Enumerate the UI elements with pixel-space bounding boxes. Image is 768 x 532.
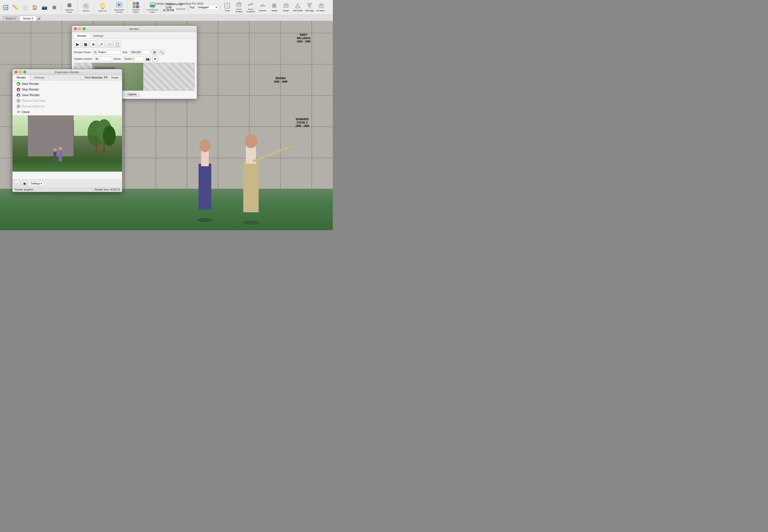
scene-extra-btn[interactable]: ▾ (152, 56, 158, 62)
render-preset-row: Render Preset: 01. Prelim ▾ Size: 200x15… (74, 49, 195, 55)
render-stop-btn[interactable]: ■ (90, 41, 97, 48)
from-contours-label: From Contours (246, 8, 256, 13)
exp-preview-figures (51, 146, 76, 167)
standard-views-btn[interactable]: ⊞ Standard Views (63, 1, 76, 14)
exploration-dialog: Exploration Render... Render Settings Fi… (12, 69, 122, 192)
close-item[interactable]: ✕ Close (13, 109, 122, 115)
smoove-label: Smoove (259, 10, 266, 12)
exp-dialog-tabs: Render Settings Fit to SketchUp PP: Simp… (13, 75, 122, 81)
update-content-select[interactable]: All ⬡ (94, 57, 112, 61)
capture-btn[interactable]: Capture (125, 92, 140, 97)
stop-render-item[interactable]: ■ Stop Render (13, 87, 122, 92)
exploration-render-label: Exploration Render (113, 9, 125, 14)
smoove-btn[interactable]: Smoove (257, 1, 268, 14)
window-title-text: Calvary Indiana~ - SketchUp Pro 2022 (155, 2, 203, 5)
window-title: Calvary Indiana~ - SketchUp Pro 2022 (102, 0, 256, 7)
size-select[interactable]: 200x150 ▾ (130, 50, 150, 54)
pp-value: Simple (111, 76, 119, 79)
flip-edge-btn[interactable]: Flip Edge (304, 1, 315, 14)
exp-tab-settings[interactable]: Settings (30, 75, 49, 80)
render-clear-btn[interactable]: ⬜ (106, 41, 113, 48)
start-render-label: Start Render (22, 82, 39, 86)
stop-render-label: Stop Render (22, 88, 39, 91)
reload-geometry-icon: ↻ (17, 99, 20, 103)
from-scratch-label: From Scratch (234, 8, 244, 13)
scene-tab-2-label: Scene 2 (23, 17, 33, 20)
reload-materials-icon: ↻ (17, 105, 20, 108)
render-label: Render (83, 10, 89, 12)
flip-edge-label: Flip Edge (305, 10, 314, 12)
stamp-btn[interactable]: Stamp (269, 1, 280, 14)
render-export-btn[interactable]: ↗ (98, 41, 105, 48)
system-icon-4[interactable]: 🏠 (30, 3, 39, 12)
exp-status-bar: Render stopped... Render time: 00:00:23 (13, 187, 122, 192)
exp-tab-render[interactable]: Render (13, 75, 30, 80)
system-icon-1[interactable]: 🔙 (1, 3, 10, 12)
exp-settings-select[interactable]: Settings ▾ (29, 181, 44, 186)
render-tab-settings-label: Settings (93, 34, 103, 37)
close-icon: ✕ (17, 110, 20, 114)
render-play-btn[interactable]: ▶ (74, 41, 81, 48)
render-tab-settings[interactable]: Settings (90, 33, 107, 38)
system-icon-5[interactable]: 📷 (40, 3, 49, 12)
render-dialog-titlebar: Render... (72, 26, 197, 32)
render-dialog-tabs: Render Settings (72, 32, 197, 39)
svg-marker-35 (295, 3, 300, 8)
3d-warehouse-label: 3D Ware... (316, 10, 326, 12)
scene-label: Scene: (114, 58, 122, 60)
flip-edge-icon (307, 3, 312, 10)
scene-arrow: ▾ (134, 58, 135, 60)
svg-rect-45 (96, 143, 97, 154)
shadows-label: Shadows (176, 8, 185, 10)
size-btn-2[interactable]: 🔍 (159, 49, 164, 55)
size-btn-1[interactable]: ⊞ (152, 49, 157, 55)
drape-icon (283, 3, 289, 10)
svg-point-48 (53, 148, 57, 152)
system-icon-3[interactable]: ⬜ (20, 3, 30, 12)
inscription-brown: BROWN1950 - 1999 (274, 77, 287, 83)
render-btn[interactable]: Render (79, 1, 93, 14)
render-copy-btn[interactable]: 📋 (114, 41, 121, 48)
smoove-icon (260, 3, 265, 10)
scene-tab-1[interactable]: Scene 1 (2, 16, 19, 21)
fit-to-sketchup-label: Fit to SketchUp (85, 76, 102, 79)
stamp-label: Stamp (271, 10, 277, 12)
time-display: 01:30 PM (163, 9, 174, 12)
exp-menu-items: ▶ Start Render ■ Stop Render 💾 Save Rend… (13, 81, 122, 115)
drape-btn[interactable]: Drape (280, 1, 292, 14)
exp-status-left: Render stopped... (15, 188, 93, 191)
exp-grid-btn[interactable]: ▦ (22, 181, 27, 186)
3d-warehouse-btn[interactable]: 3D Ware... (316, 1, 327, 14)
save-render-item[interactable]: 💾 Save Render (13, 92, 122, 98)
render-preset-select[interactable]: 01. Prelim ▾ (93, 50, 121, 54)
camera-btn[interactable]: 📷 (145, 56, 151, 62)
reload-geometry-label: Reload Geometry (22, 99, 46, 103)
exp-status-right: Render time: 00:00:23 (93, 188, 120, 191)
exp-controls-inline: Fit to SketchUp PP: Simple (79, 75, 122, 80)
render-grid-btn[interactable]: ▦ (82, 41, 89, 48)
update-content-arrow: ⬡ (99, 58, 101, 60)
system-icon-6[interactable]: ⊞ (50, 3, 59, 12)
fit-to-sketchup-checkbox[interactable] (81, 76, 84, 79)
scene-tab-2[interactable]: Scene 2 (19, 16, 36, 21)
svg-rect-47 (53, 151, 57, 161)
exp-tab-settings-label: Settings (34, 76, 45, 79)
size-arrow: ▾ (141, 51, 142, 53)
system-icon-2[interactable]: ✏️ (11, 3, 20, 12)
scene-select[interactable]: Scene 2 ▾ (123, 57, 144, 61)
start-render-item[interactable]: ▶ Start Render (13, 81, 122, 87)
exp-check-btn[interactable]: ✓ (15, 181, 20, 186)
render-tab-render[interactable]: Render (74, 33, 90, 38)
material-editor-label: Material Editor (130, 9, 142, 14)
scene-value: Scene 2 (124, 58, 134, 60)
add-detail-btn[interactable]: Add Detail (292, 1, 303, 14)
scene-tab-dropdown[interactable]: ▾ (37, 17, 41, 21)
svg-rect-49 (59, 150, 62, 161)
pp-select[interactable]: Simple (109, 75, 120, 80)
render-preset-arrow: ▾ (106, 51, 107, 53)
save-render-label: Save Render (22, 93, 40, 97)
svg-rect-13 (102, 8, 103, 9)
svg-point-11 (84, 5, 85, 6)
render-tools-row: ▶ ▦ ■ ↗ ⬜ 📋 (74, 41, 195, 48)
exp-tab-render-label: Render (17, 76, 26, 79)
